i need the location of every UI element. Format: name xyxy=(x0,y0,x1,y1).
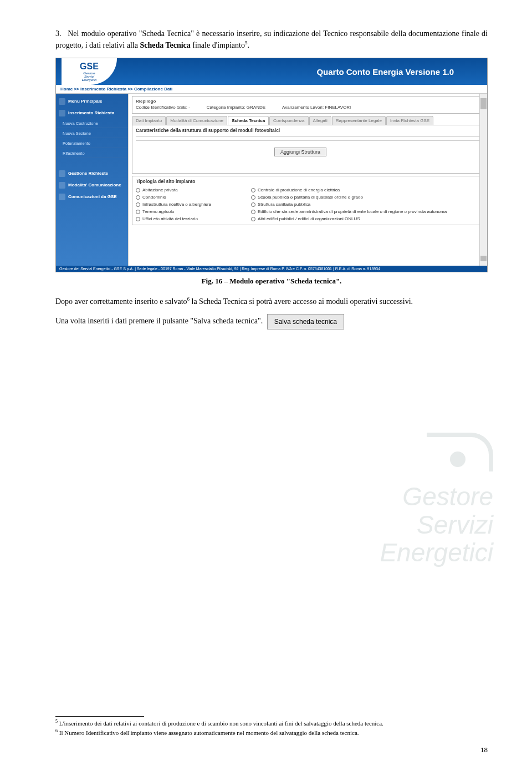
tab-modalita[interactable]: Modalità di Comunicazione xyxy=(166,116,227,125)
watermark-line: Servizi xyxy=(380,511,493,539)
watermark-line: Energetici xyxy=(380,539,493,567)
sidebar-item-menu-principale[interactable]: Menu Principale xyxy=(56,96,128,106)
doc-icon xyxy=(59,110,65,116)
body: Menu Principale Inserimento Richiesta Nu… xyxy=(56,94,487,266)
sidebar-label: Inserimento Richiesta xyxy=(68,110,114,115)
tabs: Dati Impianto Modalità di Comunicazione … xyxy=(132,116,484,125)
paragraph-1: Dopo aver correttamente inserito e salva… xyxy=(55,296,488,307)
intro-text-c: finale d'impianto xyxy=(191,41,245,49)
radio-icon xyxy=(251,195,255,200)
mail-icon xyxy=(59,182,65,189)
sidebar-sub[interactable]: Potenziamento xyxy=(56,139,128,148)
sidebar-sub[interactable]: Nuova Costruzione xyxy=(56,119,128,128)
radio-option[interactable]: Terreno agricolo xyxy=(136,209,247,214)
riepilogo-title: Riepilogo xyxy=(136,99,480,104)
radio-icon xyxy=(136,195,140,200)
sidebar-item-gestione[interactable]: Gestione Richieste xyxy=(56,168,128,179)
watermark: Gestore Servizi Energetici xyxy=(380,433,493,567)
item-number: 3. xyxy=(55,28,65,39)
footnotes: 5 L'inserimento dei dati relativi ai con… xyxy=(55,716,488,738)
radio-icon xyxy=(136,188,140,192)
logo-text: GSE xyxy=(80,62,99,72)
radio-option[interactable]: Scuola pubblica o paritaria di qualsiasi… xyxy=(251,195,480,200)
sidebar: Menu Principale Inserimento Richiesta Nu… xyxy=(56,94,128,266)
radio-option[interactable]: Altri edifici pubblici / edifici di orga… xyxy=(251,216,480,221)
radio-label: Struttura sanitaria pubblica xyxy=(258,202,310,207)
tab-invia[interactable]: Invia Richiesta GSE xyxy=(386,116,433,125)
radio-option[interactable]: Condominio xyxy=(136,195,247,200)
sidebar-item-comunicazioni[interactable]: Comunicazioni da GSE xyxy=(56,191,128,202)
intro-text-a: Nel modulo operativo "Scheda Tecnica" è … xyxy=(55,29,488,49)
riepilogo-avanzamento: Avanzamento Lavori: FINELAVORI xyxy=(282,105,351,110)
list-icon xyxy=(59,170,65,177)
watermark-line: Gestore xyxy=(380,483,493,511)
screenshot-footer: Gestore dei Servizi Energetici - GSE S.p… xyxy=(56,266,487,272)
sidebar-sub[interactable]: Nuova Sezione xyxy=(56,129,128,138)
tab-rappresentante[interactable]: Rappresentante Legale xyxy=(332,116,386,125)
sidebar-item-inserimento[interactable]: Inserimento Richiesta xyxy=(56,108,128,118)
sidebar-item-modalita[interactable]: Modalita' Comunicazione xyxy=(56,180,128,190)
struttura-panel: Caratteristiche della struttura di suppo… xyxy=(132,125,484,174)
screenshot-figure: GSE Gestore Servizi Energetici Quarto Co… xyxy=(55,58,488,272)
radio-label: Terreno agricolo xyxy=(142,209,174,214)
fn6-text: Il Numero Identificativo dell'impianto v… xyxy=(58,729,359,736)
sidebar-label: Modalita' Comunicazione xyxy=(68,182,121,187)
footnote-rule xyxy=(55,716,144,717)
radio-label: Condominio xyxy=(142,195,166,200)
radio-icon xyxy=(251,202,255,207)
fn5-text: L'inserimento dei dati relativi ai conta… xyxy=(58,720,383,727)
radio-label: Uffici e/o attività del terziario xyxy=(142,216,198,221)
footnote-6: 6 Il Numero Identificativo dell'impianto… xyxy=(55,728,488,737)
page-number: 18 xyxy=(480,745,488,754)
para1-a: Dopo aver correttamente inserito e salva… xyxy=(55,297,187,306)
paragraph-2: Una volta inseriti i dati premere il pul… xyxy=(55,314,488,329)
radio-label: Abitazione privata xyxy=(142,187,178,192)
radio-icon xyxy=(251,217,255,221)
radio-icon xyxy=(136,202,140,207)
sidebar-label: Comunicazioni da GSE xyxy=(68,194,117,199)
scrollbar[interactable] xyxy=(479,94,487,266)
radio-option[interactable]: Edificio che sia sede amministrativa di … xyxy=(251,209,480,214)
scroll-thumb[interactable] xyxy=(480,98,487,109)
tab-allegati[interactable]: Allegati xyxy=(309,116,331,125)
radio-option[interactable]: Infrastruttura ricettiva o alberghiera xyxy=(136,202,247,207)
radio-icon xyxy=(136,210,140,214)
banner-title: Quarto Conto Energia Versione 1.0 xyxy=(316,67,454,77)
chat-icon xyxy=(59,194,65,200)
radio-label: Centrale di produzione di energia elettr… xyxy=(258,187,340,192)
radio-icon xyxy=(136,217,140,221)
radio-icon xyxy=(251,188,255,192)
radio-label: Infrastruttura ricettiva o alberghiera xyxy=(142,202,211,207)
tab-scheda-tecnica[interactable]: Scheda Tecnica xyxy=(228,116,269,125)
radio-label: Edificio che sia sede amministrativa di … xyxy=(258,209,447,214)
watermark-logo-icon xyxy=(427,433,493,471)
struttura-heading: Caratteristiche della struttura di suppo… xyxy=(136,128,480,133)
radio-icon xyxy=(251,210,255,214)
radio-option[interactable]: Abitazione privata xyxy=(136,187,247,192)
scroll-thumb[interactable] xyxy=(480,256,487,261)
salva-scheda-button[interactable]: Salva scheda tecnica xyxy=(267,314,344,329)
gse-logo: GSE Gestore Servizi Energetici xyxy=(62,58,117,85)
footnote-5: 5 L'inserimento dei dati relativi ai con… xyxy=(55,719,488,727)
figure-caption: Fig. 16 – Modulo operativo "Scheda tecni… xyxy=(55,277,488,286)
radio-option[interactable]: Centrale di produzione di energia elettr… xyxy=(251,187,480,192)
sidebar-sub[interactable]: Rifacimento xyxy=(56,149,128,158)
logo-sub3: Energetici xyxy=(82,78,97,82)
para1-b: la Scheda Tecnica si potrà avere accesso… xyxy=(190,297,413,306)
tab-corrispondenza[interactable]: Corrispondenza xyxy=(269,116,308,125)
intro-bold: Scheda Tecnica xyxy=(140,41,190,49)
tab-dati-impianto[interactable]: Dati Impianto xyxy=(132,116,166,125)
tipologia-heading: Tipologia del sito impianto xyxy=(136,179,480,184)
radio-option[interactable]: Uffici e/o attività del terziario xyxy=(136,216,247,221)
sidebar-label: Menu Principale xyxy=(68,99,102,104)
riepilogo-codice: Codice Identificativo GSE: - xyxy=(136,105,190,110)
banner: GSE Gestore Servizi Energetici Quarto Co… xyxy=(56,58,487,85)
riepilogo-categoria: Categoria Impianto: GRANDE xyxy=(207,105,265,110)
radio-option[interactable]: Struttura sanitaria pubblica xyxy=(251,202,480,207)
tipologia-panel: Tipologia del sito impianto Abitazione p… xyxy=(132,176,484,225)
aggiungi-struttura-button[interactable]: Aggiungi Struttura xyxy=(274,148,326,156)
sidebar-label: Gestione Richieste xyxy=(68,171,108,176)
para2-text: Una volta inseriti i dati premere il pul… xyxy=(55,317,263,325)
home-icon xyxy=(59,98,65,105)
radio-label: Altri edifici pubblici / edifici di orga… xyxy=(258,216,360,221)
